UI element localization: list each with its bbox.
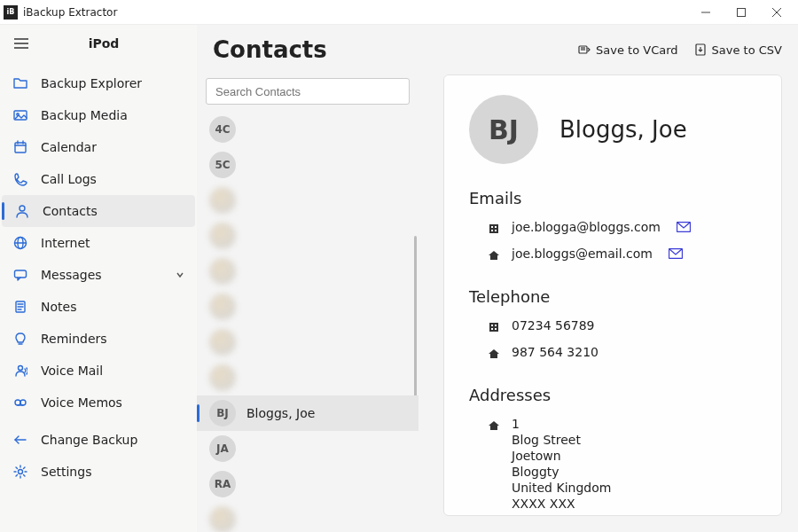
chevron-down-icon [176, 270, 184, 279]
sidebar-item-messages[interactable]: Messages [0, 259, 197, 291]
contact-list[interactable]: 4C5CBJBloggs, JoeJARA [197, 112, 419, 532]
address-line: Bloggty [512, 465, 611, 479]
sidebar-item-backup-explorer[interactable]: Backup Explorer [0, 67, 197, 99]
phone-row: 987 564 3210 [469, 341, 756, 368]
list-item[interactable] [197, 289, 419, 325]
list-item[interactable] [197, 218, 419, 254]
list-item[interactable]: 4C [197, 112, 419, 147]
phone-value: 07234 56789 [512, 318, 595, 332]
svg-rect-36 [495, 226, 497, 228]
message-icon [12, 267, 28, 283]
save-vcard-label: Save to VCard [596, 43, 678, 57]
home-icon [487, 419, 501, 433]
person-icon [14, 203, 30, 219]
sidebar-item-reminders[interactable]: Reminders [0, 323, 197, 355]
svg-point-23 [19, 366, 23, 371]
sidebar-item-label: Contacts [43, 204, 98, 218]
sidebar-item-change-backup[interactable]: Change Backup [0, 424, 197, 456]
maximize-button[interactable] [724, 0, 759, 25]
page-title: Contacts [213, 36, 327, 63]
emails-title: Emails [469, 189, 756, 207]
svg-rect-35 [491, 226, 493, 228]
emails-section: Emails joe.blogga@bloggs.comjoe.bloggs@e… [469, 189, 756, 270]
sidebar-item-label: Notes [41, 300, 76, 314]
svg-rect-9 [15, 143, 26, 153]
sidebar-item-settings[interactable]: Settings [0, 456, 197, 488]
avatar: BJ [209, 400, 236, 426]
address-line: Joetown [512, 449, 611, 463]
sidebar-item-label: Voice Mail [41, 364, 103, 378]
bulb-icon [12, 331, 28, 347]
contact-row-name: Bloggs, Joe [246, 406, 315, 420]
email-value: joe.blogga@bloggs.com [512, 220, 661, 234]
list-item[interactable]: RA [197, 466, 419, 502]
svg-point-25 [20, 400, 26, 405]
close-button[interactable] [759, 0, 794, 25]
avatar: RA [209, 471, 236, 497]
minimize-button[interactable] [688, 0, 724, 25]
email-row: joe.bloggs@email.com [469, 243, 756, 270]
sidebar-item-call-logs[interactable]: Call Logs [0, 163, 197, 195]
sidebar-item-notes[interactable]: Notes [0, 291, 197, 323]
svg-rect-44 [491, 328, 493, 330]
mail-icon[interactable] [669, 246, 683, 261]
home-icon [487, 248, 501, 262]
memo-icon [12, 395, 28, 411]
list-item[interactable] [197, 325, 419, 360]
svg-rect-43 [495, 325, 497, 326]
sidebar-item-label: Settings [41, 465, 91, 479]
phone-icon [12, 171, 28, 187]
svg-point-28 [19, 470, 23, 474]
note-icon [12, 299, 28, 315]
sidebar-item-voice-mail[interactable]: Voice Mail [0, 355, 197, 387]
save-csv-button[interactable]: Save to CSV [694, 43, 782, 57]
avatar: JA [209, 435, 236, 462]
sidebar-item-label: Change Backup [41, 433, 137, 447]
sidebar-item-label: Call Logs [41, 172, 97, 186]
list-item[interactable] [197, 254, 419, 289]
email-value: joe.bloggs@email.com [512, 246, 653, 261]
phone-row: 07234 56789 [469, 315, 756, 341]
list-item[interactable]: 5C [197, 147, 419, 183]
search-input[interactable] [206, 78, 410, 105]
svg-rect-41 [489, 323, 498, 332]
hamburger-icon[interactable] [9, 31, 34, 56]
calendar-icon [12, 139, 28, 155]
address-line: Blog Street [512, 433, 611, 447]
email-row: joe.blogga@bloggs.com [469, 216, 756, 243]
avatar [209, 258, 236, 285]
svg-point-24 [15, 400, 20, 405]
contact-list-column: 4C5CBJBloggs, JoeJARA [197, 74, 419, 532]
avatar [209, 187, 236, 214]
voicemail-icon [12, 363, 28, 379]
list-item[interactable] [197, 502, 419, 532]
device-label: iPod [44, 36, 188, 51]
arrow-left-icon [12, 432, 28, 448]
app-title: iBackup Extractor [23, 6, 117, 19]
nav-list: Backup ExplorerBackup MediaCalendarCall … [0, 62, 197, 419]
list-item[interactable]: JA [197, 431, 419, 466]
list-item[interactable] [197, 183, 419, 218]
save-csv-label: Save to CSV [712, 43, 782, 57]
list-item[interactable]: BJBloggs, Joe [197, 395, 419, 431]
sidebar-item-voice-memos[interactable]: Voice Memos [0, 387, 197, 419]
avatar: 4C [209, 116, 236, 143]
globe-icon [12, 235, 28, 251]
sidebar-item-calendar[interactable]: Calendar [0, 131, 197, 163]
sidebar-item-label: Calendar [41, 140, 97, 154]
contact-avatar: BJ [469, 95, 538, 164]
home-icon [487, 347, 501, 361]
sidebar-item-internet[interactable]: Internet [0, 227, 197, 259]
sidebar-item-contacts[interactable]: Contacts [2, 195, 195, 227]
save-vcard-button[interactable]: Save to VCard [578, 43, 678, 57]
mail-icon[interactable] [677, 220, 691, 234]
svg-rect-42 [491, 325, 493, 326]
app-icon: iB [4, 5, 18, 20]
addresses-section: Addresses 1Blog StreetJoetownBloggtyUnit… [469, 386, 756, 516]
svg-rect-1 [738, 8, 746, 16]
svg-rect-38 [495, 230, 497, 231]
list-item[interactable] [197, 360, 419, 395]
work-icon [487, 320, 501, 334]
sidebar-item-label: Internet [41, 236, 90, 250]
sidebar-item-backup-media[interactable]: Backup Media [0, 99, 197, 131]
